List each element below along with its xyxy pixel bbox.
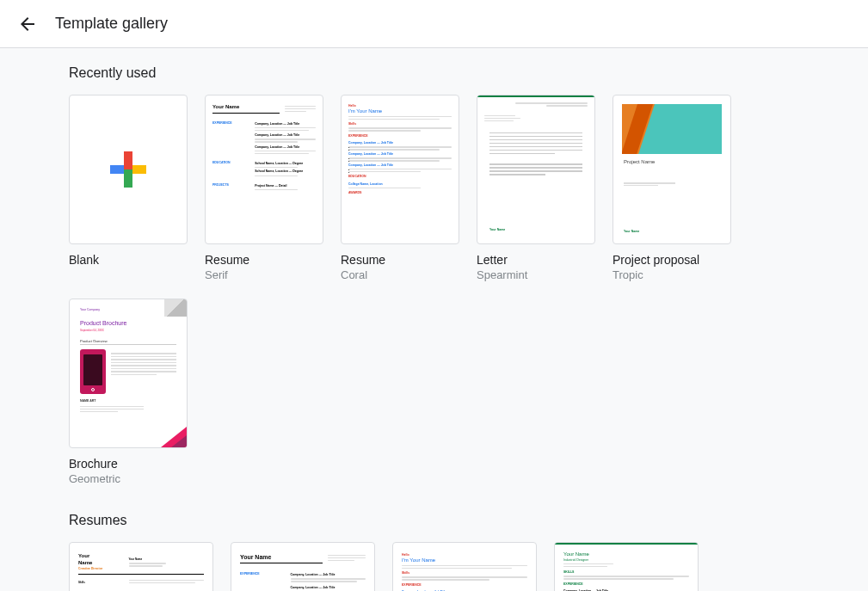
thumb-resume-coral-2: Hello I'm Your Name Skills EXPERIENCE Co…	[392, 542, 537, 591]
thumb-brochure-geometric: Your Company Product Brochure September …	[69, 299, 188, 448]
back-arrow-icon	[17, 14, 38, 34]
template-resume-serif[interactable]: Your Name EXPERIENCE Company, Location —…	[205, 95, 323, 281]
template-project-proposal-tropic[interactable]: Project Name Your Name Project proposal …	[613, 95, 731, 281]
template-brochure-geometric[interactable]: Your Company Product Brochure September …	[69, 299, 188, 485]
recent-grid: Blank Your Name EXPERIENCE	[69, 95, 799, 485]
template-resume-swiss[interactable]: YourName Creative Director Your Name Ski…	[69, 542, 213, 591]
template-resume-spearmint[interactable]: Your Name Industrial Designer SKILLS EXP…	[554, 542, 699, 591]
content-area: Recently used Blank Your Name	[0, 48, 868, 591]
card-title: Blank	[69, 253, 188, 267]
section-title-recent: Recently used	[69, 65, 799, 81]
template-resume-coral[interactable]: Hello I'm Your Name Skills EXPERIENCE Co…	[341, 95, 459, 281]
template-resume-coral-2[interactable]: Hello I'm Your Name Skills EXPERIENCE Co…	[392, 542, 537, 591]
thumb-resume-spearmint: Your Name Industrial Designer SKILLS EXP…	[554, 542, 699, 591]
thumb-resume-serif: Your Name EXPERIENCE Company, Location —…	[205, 95, 323, 244]
section-recently-used: Recently used Blank Your Name	[69, 65, 799, 485]
back-button[interactable]	[10, 7, 45, 41]
thumb-project-tropic: Project Name Your Name	[613, 95, 731, 244]
card-subtitle: Spearmint	[477, 268, 595, 281]
card-title: Project proposal	[613, 253, 731, 267]
thumb-resume-swiss: YourName Creative Director Your Name Ski…	[69, 542, 213, 591]
header-bar: Template gallery	[0, 0, 868, 48]
section-resumes: Resumes YourName Creative Director Your …	[69, 513, 799, 591]
thumb-blank	[69, 95, 188, 244]
template-blank[interactable]: Blank	[69, 95, 188, 281]
card-subtitle: Tropic	[613, 268, 731, 281]
card-title: Resume	[205, 253, 323, 267]
thumb-resume-coral: Hello I'm Your Name Skills EXPERIENCE Co…	[341, 95, 459, 244]
section-title-resumes: Resumes	[69, 513, 799, 528]
card-subtitle: Coral	[341, 268, 459, 281]
thumb-resume-serif-2: Your Name EXPERIENCE Company, Location —…	[231, 542, 375, 591]
page-title: Template gallery	[55, 15, 168, 33]
card-title: Brochure	[69, 457, 188, 471]
plus-icon	[110, 151, 146, 188]
template-letter-spearmint[interactable]: Your Name Letter Spearmint	[477, 95, 595, 281]
card-title: Resume	[341, 253, 459, 267]
card-title: Letter	[477, 253, 595, 267]
thumb-letter-spearmint: Your Name	[477, 95, 595, 244]
template-resume-serif-2[interactable]: Your Name EXPERIENCE Company, Location —…	[231, 542, 375, 591]
resumes-grid: YourName Creative Director Your Name Ski…	[69, 542, 799, 591]
card-subtitle: Serif	[205, 268, 323, 281]
card-subtitle: Geometric	[69, 472, 188, 485]
